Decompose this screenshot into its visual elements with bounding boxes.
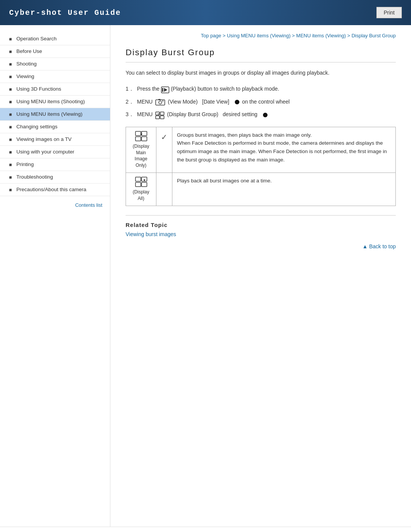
control-wheel-dot — [235, 100, 239, 104]
svg-rect-12 — [135, 131, 141, 136]
sidebar-label: Printing — [16, 161, 34, 167]
sidebar-bullet: ◾ — [8, 87, 13, 92]
contents-list-link[interactable]: Contents list — [0, 196, 110, 214]
display-all-label: (DisplayAll) — [131, 189, 151, 202]
desired-setting-dot — [263, 113, 268, 117]
playback-icon — [161, 85, 169, 93]
svg-rect-14 — [135, 137, 141, 141]
sidebar-bullet: ◾ — [8, 37, 13, 42]
intro-text: You can select to display burst images i… — [126, 69, 396, 77]
sidebar-label: Troubleshooting — [16, 174, 53, 180]
header: Cyber-shot User Guide Print — [0, 0, 411, 25]
step-3: 3． MENU (Display Burst Group) des — [126, 110, 396, 119]
sidebar-label: Viewing images on a TV — [16, 136, 72, 142]
sidebar-bullet: ◾ — [8, 74, 13, 80]
checkmark-cell: ✓ — [156, 127, 172, 173]
options-table: (DisplayMainImageOnly) ✓ Groups burst im… — [126, 127, 396, 206]
sidebar-bullet: ◾ — [8, 150, 13, 155]
sidebar-item-6[interactable]: ◾Using MENU items (Viewing) — [0, 108, 110, 121]
display-all-empty — [156, 173, 172, 206]
back-to-top-row: Back to top — [126, 237, 396, 252]
sidebar-label: Before Use — [16, 48, 42, 54]
step-2-content: MENU (View Mode) [Date View] on the cont… — [137, 97, 396, 106]
main-content: Top page > Using MENU items (Viewing) > … — [110, 25, 411, 527]
sidebar-bullet: ◾ — [8, 162, 13, 168]
print-button[interactable]: Print — [376, 7, 402, 18]
steps-container: 1． Press the (Playback) button to switch… — [126, 85, 396, 119]
svg-rect-17 — [135, 177, 141, 181]
site-title: Cyber-shot User Guide — [9, 8, 121, 17]
sidebar-item-7[interactable]: ◾Changing settings — [0, 121, 110, 133]
display-burst-group-icon-step — [154, 110, 166, 119]
sidebar-label: Using with your computer — [16, 149, 74, 155]
step-1: 1． Press the (Playback) button to switch… — [126, 85, 396, 93]
display-main-label: (DisplayMainImageOnly) — [131, 143, 151, 169]
display-main-description: Groups burst images, then plays back the… — [172, 127, 396, 173]
step-1-content: Press the (Playback) button to switch to… — [137, 85, 396, 93]
breadcrumb-menu-items-viewing[interactable]: MENU items (Viewing) — [296, 33, 346, 38]
svg-point-4 — [159, 101, 162, 104]
sidebar-bullet: ◾ — [8, 187, 13, 193]
sidebar-bullet: ◾ — [8, 62, 13, 67]
related-topic-title: Related Topic — [126, 222, 396, 228]
sidebar-item-1[interactable]: ◾Before Use — [0, 45, 110, 58]
sidebar-item-9[interactable]: ◾Using with your computer — [0, 146, 110, 158]
display-main-icon-cell: (DisplayMainImageOnly) — [126, 127, 156, 173]
breadcrumb-display-burst-group[interactable]: Display Burst Group — [352, 33, 396, 38]
sidebar-bullet: ◾ — [8, 49, 13, 54]
viewing-burst-link[interactable]: Viewing burst images — [126, 231, 176, 237]
sidebar-item-12[interactable]: ◾Precautions/About this camera — [0, 184, 110, 196]
sidebar-item-4[interactable]: ◾Using 3D Functions — [0, 83, 110, 96]
related-topic: Related Topic Viewing burst images — [126, 215, 396, 237]
footer: Copyright 2011 Sony Corporation — [0, 527, 411, 532]
sidebar-label: Using MENU items (Shooting) — [16, 99, 85, 104]
sidebar-label: Changing settings — [16, 124, 57, 129]
sidebar-bullet: ◾ — [8, 137, 13, 142]
sidebar-label: Using MENU items (Viewing) — [16, 111, 83, 117]
page-title: Display Burst Group — [126, 48, 396, 62]
sidebar-bullet: ◾ — [8, 125, 13, 130]
svg-rect-8 — [160, 112, 164, 115]
svg-rect-2 — [162, 88, 163, 92]
sidebar-label: Using 3D Functions — [16, 86, 61, 92]
svg-rect-19 — [135, 182, 141, 187]
display-all-icon-cell: (DisplayAll) — [126, 173, 156, 206]
display-all-description: Plays back all burst images one at a tim… — [172, 173, 396, 206]
sidebar-bullet: ◾ — [8, 175, 13, 180]
sidebar-item-10[interactable]: ◾Printing — [0, 158, 110, 171]
svg-rect-3 — [156, 100, 165, 105]
sidebar-bullet: ◾ — [8, 99, 13, 105]
svg-marker-11 — [158, 113, 159, 115]
svg-rect-10 — [160, 116, 164, 119]
sidebar-item-3[interactable]: ◾Viewing — [0, 70, 110, 83]
back-to-top-link[interactable]: Back to top — [362, 243, 396, 249]
svg-rect-15 — [142, 137, 147, 141]
sidebar-label: Operation Search — [16, 36, 57, 42]
svg-rect-20 — [142, 182, 147, 187]
view-mode-icon — [154, 98, 166, 106]
step-2: 2． MENU (View Mode) [Date View] — [126, 97, 396, 106]
svg-marker-1 — [164, 88, 167, 92]
sidebar-label: Precautions/About this camera — [16, 187, 86, 192]
sidebar-item-0[interactable]: ◾Operation Search — [0, 33, 110, 45]
sidebar-item-5[interactable]: ◾Using MENU items (Shooting) — [0, 96, 110, 108]
table-row-display-all: (DisplayAll) Plays back all burst images… — [126, 173, 396, 206]
step-2-number: 2． — [126, 97, 137, 106]
sidebar-item-2[interactable]: ◾Shooting — [0, 58, 110, 70]
sidebar-label: Viewing — [16, 73, 34, 79]
step-3-number: 3． — [126, 110, 137, 118]
step-1-number: 1． — [126, 85, 137, 93]
page-layout: ◾Operation Search◾Before Use◾Shooting◾Vi… — [0, 25, 411, 527]
table-row-display-main: (DisplayMainImageOnly) ✓ Groups burst im… — [126, 127, 396, 173]
sidebar: ◾Operation Search◾Before Use◾Shooting◾Vi… — [0, 25, 110, 527]
breadcrumb: Top page > Using MENU items (Viewing) > … — [126, 33, 396, 38]
svg-rect-9 — [156, 116, 159, 119]
svg-rect-5 — [158, 99, 161, 100]
breadcrumb-using-menu-viewing[interactable]: Using MENU items (Viewing) — [227, 33, 290, 38]
sidebar-item-11[interactable]: ◾Troubleshooting — [0, 171, 110, 184]
svg-point-6 — [162, 101, 164, 102]
sidebar-label: Shooting — [16, 61, 37, 67]
step-3-content: MENU (Display Burst Group) desired setti… — [137, 110, 396, 119]
breadcrumb-top[interactable]: Top page — [201, 33, 221, 38]
sidebar-item-8[interactable]: ◾Viewing images on a TV — [0, 133, 110, 146]
